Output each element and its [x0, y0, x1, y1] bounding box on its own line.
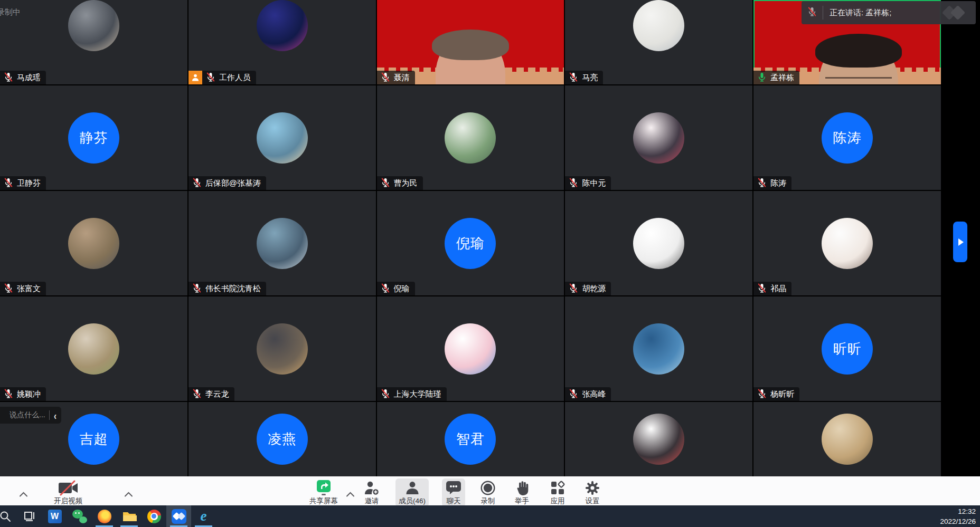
participant-label: 马亮 [565, 71, 603, 84]
avatar-photo [257, 0, 308, 51]
mic-muted-icon [3, 388, 14, 400]
participant-name: 陈中元 [582, 178, 606, 188]
toolbar-label: 共享屏幕 [309, 496, 338, 506]
taskbar-meeting-icon[interactable] [166, 505, 191, 527]
participant-tile[interactable] [565, 402, 752, 476]
toolbar-label: 开启视频 [54, 496, 82, 506]
mic-muted-icon [568, 177, 579, 189]
participant-tile[interactable]: 祁晶 [753, 191, 941, 295]
avatar-initials: 陈涛 [822, 112, 873, 164]
record-icon [480, 480, 496, 496]
chat-quick-input[interactable]: 说点什么... ‹ [0, 407, 61, 424]
taskbar-firefox-icon[interactable] [92, 505, 117, 527]
taskbar-file-explorer-icon[interactable] [117, 505, 142, 527]
participant-tile[interactable]: 陈中元 [565, 85, 752, 190]
staff-badge-icon [189, 71, 202, 84]
mic-muted-icon [3, 72, 14, 84]
participant-tile[interactable] [753, 402, 941, 476]
participant-tile[interactable]: 胡乾源 [565, 191, 752, 295]
mic-muted-icon [757, 388, 767, 400]
mic-muted-icon [380, 72, 391, 84]
participant-tile[interactable]: 倪瑜倪瑜 [377, 191, 564, 295]
taskbar-chrome-icon[interactable] [142, 505, 166, 527]
toolbar-apps-button[interactable]: 应用 [546, 478, 569, 507]
toolbar-share-button[interactable]: 共享屏幕 [306, 478, 341, 507]
share-screen-icon [315, 480, 333, 496]
participant-name: 祁晶 [770, 284, 786, 294]
participant-name: 杨昕昕 [770, 389, 794, 399]
toolbar-label: 举手 [515, 496, 529, 506]
avatar-photo [257, 112, 308, 164]
chat-input-placeholder[interactable]: 说点什么... [10, 410, 49, 420]
participant-tile[interactable]: 李云龙 [189, 296, 376, 401]
mic-muted-icon [757, 283, 767, 295]
taskbar-search-icon[interactable] [0, 505, 17, 527]
speaking-banner: 正在讲话: 孟祥栋; [802, 1, 976, 24]
participant-name: 姚颖冲 [17, 389, 41, 399]
participant-label: 陈涛 [753, 176, 791, 190]
meeting-window: 马成瑶工作人员聂清马亮孟祥栋静芬卫静芬后保部@张基涛曹为民陈中元陈涛陈涛张富文伟… [0, 0, 980, 527]
mic-muted-icon [380, 177, 391, 189]
toolbar-members-button[interactable]: 成员(46) [395, 478, 429, 507]
taskbar-wechat-icon[interactable] [67, 505, 92, 527]
participant-tile[interactable]: 张富文 [0, 191, 187, 295]
participant-label: 孟祥栋 [753, 71, 799, 84]
mic-muted-icon [807, 6, 817, 19]
participant-tile[interactable]: 曹为民 [377, 85, 564, 190]
participant-tile[interactable]: 昕昕杨昕昕 [753, 296, 941, 401]
participant-tile[interactable]: 伟长书院沈青松 [189, 191, 376, 295]
toolbar-raise-hand-button[interactable]: 举手 [512, 478, 532, 507]
participant-tile[interactable]: 陈涛陈涛 [753, 85, 941, 190]
mute-options-chevron[interactable] [19, 491, 28, 499]
share-options-chevron[interactable] [346, 491, 355, 499]
participant-tile[interactable]: 凌燕 [189, 402, 376, 476]
mic-muted-icon [192, 283, 202, 295]
chat-pill-divider [49, 410, 50, 420]
participant-name: 马成瑶 [17, 73, 41, 83]
gear-icon [585, 480, 600, 496]
taskbar-ie-icon[interactable]: e [191, 505, 216, 527]
participant-tile[interactable]: 张高峰 [565, 296, 752, 401]
video-options-chevron[interactable] [124, 491, 133, 499]
avatar-initials: 倪瑜 [445, 218, 496, 269]
participant-label: 马成瑶 [0, 71, 46, 84]
toolbar-label: 应用 [551, 496, 565, 506]
participant-video-face [819, 39, 898, 84]
participant-name: 张高峰 [582, 389, 606, 399]
toolbar-video-button[interactable]: 开启视频 [51, 478, 86, 507]
avatar-photo [822, 218, 873, 269]
avatar-photo [633, 218, 684, 269]
avatar-photo [68, 323, 119, 375]
participant-tile[interactable]: 马亮 [565, 0, 752, 84]
toolbar-settings-button[interactable]: 设置 [581, 478, 604, 507]
taskbar-task-view-icon[interactable] [17, 505, 42, 527]
participant-tile[interactable]: 姚颖冲 [0, 296, 187, 401]
participant-label: 陈中元 [565, 176, 611, 190]
participant-tile[interactable]: 聂清 [377, 0, 564, 84]
participant-label: 李云龙 [189, 387, 234, 401]
taskbar-date: 2022/12/26 [940, 517, 976, 527]
participant-tile[interactable]: 工作人员 [189, 0, 376, 84]
participant-tile[interactable]: 马成瑶 [0, 0, 187, 84]
participant-tile[interactable]: 后保部@张基涛 [189, 85, 376, 190]
participant-label: 卫静芬 [0, 176, 46, 190]
participant-tile[interactable]: 智君 [377, 402, 564, 476]
avatar-photo [633, 112, 684, 164]
participant-label: 曹为民 [377, 176, 423, 190]
toolbar-invite-button[interactable]: 邀请 [361, 478, 383, 507]
taskbar-word-icon[interactable]: W [42, 505, 67, 527]
participant-label: 张高峰 [565, 387, 611, 401]
toolbar-chat-button[interactable]: 聊天 [442, 478, 465, 507]
mic-muted-icon [380, 388, 391, 400]
participant-tile[interactable]: 静芬卫静芬 [0, 85, 187, 190]
toolbar-record-button[interactable]: 录制 [477, 478, 499, 507]
participant-label: 胡乾源 [565, 282, 611, 295]
collapse-chat-icon[interactable]: ‹ [54, 409, 56, 421]
participant-name: 陈涛 [770, 178, 786, 188]
taskbar-clock[interactable]: 12:32 2022/12/26 [940, 507, 976, 527]
avatar-photo [633, 0, 684, 51]
next-page-button[interactable] [953, 222, 967, 262]
participant-tile[interactable]: 上海大学陆瑾 [377, 296, 564, 401]
hand-icon [515, 480, 529, 496]
avatar-initials: 吉超 [68, 414, 119, 465]
